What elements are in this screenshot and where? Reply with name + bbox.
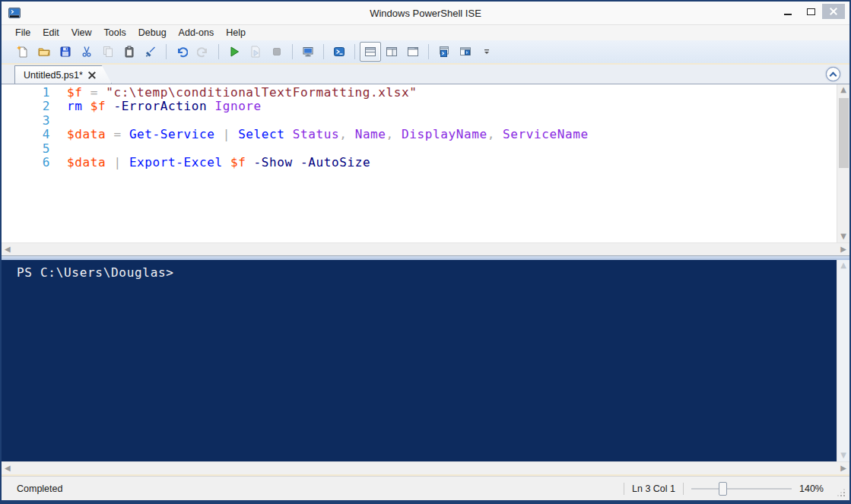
close-button[interactable] <box>822 4 845 19</box>
close-tab-icon[interactable] <box>88 71 96 79</box>
save-script-button[interactable] <box>55 42 76 62</box>
show-script-pane-top-button[interactable] <box>360 42 381 62</box>
resize-grip-icon[interactable] <box>836 487 846 498</box>
new-powershell-tab-button[interactable] <box>433 42 455 62</box>
new-script-icon <box>17 46 29 58</box>
stop-icon <box>271 46 283 58</box>
line-number: 1 <box>2 86 50 100</box>
line-number: 4 <box>2 128 50 141</box>
open-script-button[interactable] <box>33 42 55 62</box>
console-input[interactable]: PS C:\Users\Douglas> <box>2 260 837 461</box>
tab-strip: Untitled5.ps1* <box>2 65 849 84</box>
show-script-pane-right-button[interactable] <box>381 42 402 62</box>
code-line: 5 <box>2 142 837 156</box>
copy-icon <box>102 46 114 58</box>
minimize-icon <box>784 14 792 15</box>
toolbar-separator <box>323 44 324 59</box>
code-line: 2rm $f -ErrorAction Ignore <box>2 100 837 113</box>
statusbar-separator <box>683 483 684 495</box>
toolbar-overflow-button[interactable] <box>476 42 497 62</box>
editor-horizontal-scrollbar[interactable]: ◀ ▶ <box>2 242 849 255</box>
redo-icon <box>197 46 209 58</box>
redo-button[interactable] <box>192 42 214 62</box>
clear-console-pane-button[interactable] <box>140 42 161 62</box>
console-vertical-scrollbar[interactable]: ▲ ▼ <box>837 260 849 461</box>
cut-button[interactable] <box>76 42 97 62</box>
scroll-up-icon: ▲ <box>840 260 846 271</box>
paste-button[interactable] <box>119 42 140 62</box>
line-number: 2 <box>2 100 50 113</box>
line-number: 5 <box>2 142 50 156</box>
zoom-slider-thumb[interactable] <box>719 482 727 496</box>
run-selection-button[interactable] <box>245 42 266 62</box>
code-line: 1$f = "c:\temp\conditionalTextFormatting… <box>2 86 837 100</box>
code-line: 6$data | Export-Excel $f -Show -AutoSize <box>2 156 837 170</box>
menu-debug[interactable]: Debug <box>132 26 173 40</box>
menu-bar: File Edit View Tools Debug Add-ons Help <box>2 24 849 40</box>
status-text: Completed <box>17 483 62 494</box>
menu-edit[interactable]: Edit <box>37 26 65 40</box>
scrollbar-thumb[interactable] <box>839 98 849 168</box>
scroll-down-icon: ▼ <box>840 231 846 242</box>
scroll-right-icon: ▶ <box>840 463 846 474</box>
scroll-right-icon: ▶ <box>840 244 846 255</box>
cursor-position: Ln 3 Col 1 <box>632 483 675 494</box>
close-icon <box>829 7 838 16</box>
toolbar <box>2 40 849 63</box>
collapse-script-pane-button[interactable] <box>826 67 840 81</box>
powershell-window-icon <box>459 46 472 58</box>
copy-button[interactable] <box>97 42 119 62</box>
save-icon <box>59 46 71 58</box>
code-text: rm $f -ErrorAction Ignore <box>50 100 262 113</box>
title-bar: Windows PowerShell ISE <box>2 2 849 24</box>
console-pane: PS C:\Users\Douglas> ▲ ▼ <box>2 260 849 461</box>
maximize-icon <box>807 8 815 15</box>
window-title: Windows PowerShell ISE <box>2 8 849 19</box>
code-text: $data | Export-Excel $f -Show -AutoSize <box>50 156 370 170</box>
show-script-pane-maximized-button[interactable] <box>402 42 424 62</box>
zoom-slider[interactable] <box>691 481 792 496</box>
menu-help[interactable]: Help <box>220 26 252 40</box>
powershell-ise-window: Windows PowerShell ISE File Edit View To… <box>0 0 851 504</box>
status-bar: Completed Ln 3 Col 1 140% <box>2 476 849 500</box>
toolbar-separator <box>354 44 355 59</box>
chevron-up-icon <box>830 71 837 79</box>
new-script-button[interactable] <box>12 42 33 62</box>
open-folder-icon <box>38 46 50 58</box>
toolbar-separator <box>218 44 219 59</box>
editor-vertical-scrollbar[interactable]: ▲ ▼ <box>837 84 849 242</box>
code-text: $f = "c:\temp\conditionalTextFormatting.… <box>50 86 417 100</box>
menu-view[interactable]: View <box>65 26 98 40</box>
run-selection-icon <box>249 46 262 58</box>
run-script-button[interactable] <box>224 42 245 62</box>
minimize-button[interactable] <box>776 4 799 19</box>
console-horizontal-scrollbar[interactable]: ◀ ▶ <box>2 461 849 474</box>
toolbar-separator <box>428 44 429 59</box>
scroll-left-icon: ◀ <box>5 463 11 474</box>
powershell-tab-icon <box>438 46 450 58</box>
toolbar-separator <box>166 44 167 59</box>
script-pane-top-icon <box>364 46 376 58</box>
stop-operation-button[interactable] <box>266 42 287 62</box>
script-pane-right-icon <box>386 46 398 58</box>
undo-icon <box>176 46 188 58</box>
script-editor[interactable]: 1$f = "c:\temp\conditionalTextFormatting… <box>2 84 837 242</box>
code-text: $data = Get-Service | Select Status, Nam… <box>50 128 589 141</box>
tab-untitled5[interactable]: Untitled5.ps1* <box>14 65 112 84</box>
show-command-window-button[interactable] <box>455 42 476 62</box>
code-line: 4$data = Get-Service | Select Status, Na… <box>2 128 837 141</box>
code-text <box>50 114 67 128</box>
zoom-level: 140% <box>799 483 824 494</box>
scroll-down-icon: ▼ <box>840 450 846 461</box>
menu-addons[interactable]: Add-ons <box>173 26 221 40</box>
statusbar-separator <box>624 483 624 495</box>
clear-icon <box>144 46 157 58</box>
menu-file[interactable]: File <box>9 26 37 40</box>
menu-tools[interactable]: Tools <box>98 26 132 40</box>
undo-button[interactable] <box>171 42 192 62</box>
new-remote-powershell-tab-button[interactable] <box>297 42 319 62</box>
start-powershell-button[interactable] <box>329 42 350 62</box>
maximize-button[interactable] <box>799 4 822 19</box>
remote-tab-icon <box>302 46 314 58</box>
cut-icon <box>81 46 93 58</box>
